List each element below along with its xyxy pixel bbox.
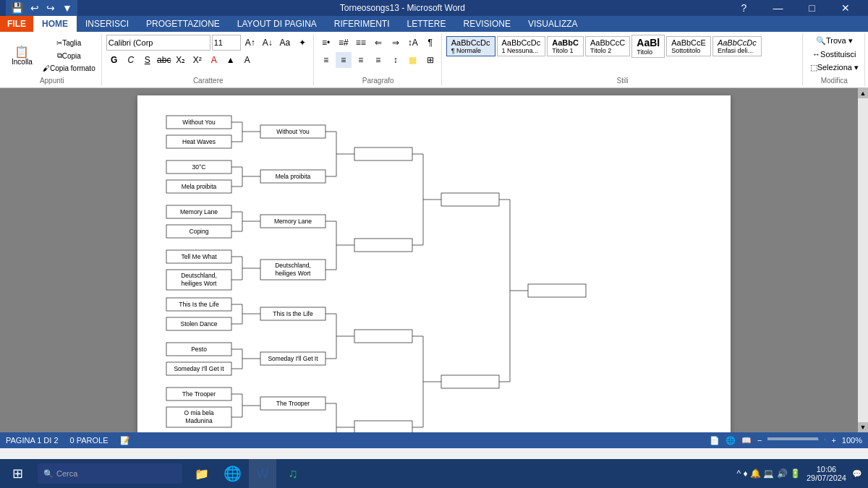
svg-text:Heat Waves: Heat Waves (182, 138, 216, 145)
svg-rect-100 (354, 239, 412, 252)
status-right: 📄 🌐 📖 − + 100% (710, 436, 862, 445)
svg-text:Mela proibita: Mela proibita (276, 173, 311, 180)
line-spacing-btn[interactable]: ↕ (388, 52, 404, 68)
font-case-btn[interactable]: Aa (277, 35, 293, 51)
paste-icon: 📋 (14, 46, 29, 58)
align-row: ≡ ≡ ≡ ≡ ↕ ▦ ⊞ (318, 52, 438, 68)
save-quick-btn[interactable]: 💾 (9, 1, 25, 14)
notification-btn[interactable]: 💬 (852, 469, 862, 479)
svg-text:Stolen Dance: Stolen Dance (180, 320, 217, 328)
svg-text:Mela proibita: Mela proibita (182, 183, 217, 190)
clear-format-btn[interactable]: ✦ (294, 35, 310, 51)
svg-text:Madunina: Madunina (185, 417, 213, 424)
format-painter-icon: 🖌 (43, 64, 50, 72)
font-shrink-btn[interactable]: A↓ (260, 35, 276, 51)
paste-button[interactable]: 📋 Incolla (6, 43, 38, 69)
tab-file[interactable]: FILE (0, 16, 33, 32)
search-placeholder: Cerca (56, 469, 77, 478)
style-titolo1[interactable]: AaBbC Titolo 1 (547, 36, 584, 56)
scroll-down-btn[interactable]: ▼ (858, 422, 868, 432)
style-normale[interactable]: AaBbCcDc ¶ Normale (446, 36, 495, 56)
superscript-btn[interactable]: X² (190, 52, 205, 68)
align-right-btn[interactable]: ≡ (353, 52, 369, 68)
tab-visualizza[interactable]: VISUALIZZA (519, 16, 587, 32)
zoom-slider[interactable] (767, 437, 825, 440)
layout-web-btn[interactable]: 🌐 (726, 436, 736, 445)
tab-lettere[interactable]: LETTERE (399, 16, 455, 32)
layout-print-btn[interactable]: 📄 (710, 436, 720, 445)
zoom-out-btn[interactable]: − (757, 436, 762, 445)
increase-indent-btn[interactable]: ⇒ (388, 35, 404, 51)
style-titolo2[interactable]: AaBbCcC Titolo 2 (585, 36, 630, 56)
shading-btn[interactable]: ▦ (405, 52, 421, 68)
copy-icon: ⧉ (57, 51, 62, 60)
close-btn[interactable]: ✕ (830, 0, 862, 16)
file-explorer-icon[interactable]: 📁 (188, 459, 216, 488)
chrome-icon[interactable]: 🌐 (218, 459, 246, 488)
customize-quick-btn[interactable]: ▼ (60, 1, 75, 14)
tab-home[interactable]: HOME (33, 16, 77, 32)
bullets-btn[interactable]: ≡• (318, 35, 334, 51)
maximize-btn[interactable]: □ (796, 0, 828, 16)
find-button[interactable]: 🔍 Trova ▾ (813, 35, 856, 47)
font-bg-btn[interactable]: A (239, 52, 255, 68)
svg-text:The Trooper: The Trooper (182, 390, 216, 398)
subscript-btn[interactable]: X₂ (173, 52, 189, 68)
style-nessuna[interactable]: AaBbCcDc 1 Nessuna... (497, 36, 546, 56)
align-left-btn[interactable]: ≡ (318, 52, 334, 68)
ribbon: FILE HOME INSERISCI PROGETTAZIONE LAYOUT… (0, 16, 868, 88)
italic-btn[interactable]: C (123, 52, 139, 68)
tab-inserisci[interactable]: INSERISCI (77, 16, 137, 32)
numbering-btn[interactable]: ≡# (336, 35, 352, 51)
cut-button[interactable]: ✂ Taglia (40, 38, 98, 48)
justify-btn[interactable]: ≡ (370, 52, 386, 68)
style-enfasi[interactable]: AaBbCcDc Enfasi deli... (712, 36, 762, 56)
vertical-scrollbar[interactable]: ▲ ▼ (858, 88, 868, 432)
spotify-icon[interactable]: ♫ (279, 459, 307, 488)
multilevel-btn[interactable]: ≡≡ (353, 35, 369, 51)
replace-button[interactable]: ↔ Sostituisci (809, 48, 859, 60)
font-color-btn[interactable]: A (206, 52, 222, 68)
paragraph-group-label: Paragrafo (318, 77, 438, 85)
underline-btn[interactable]: S (140, 52, 156, 68)
format-buttons-row: G C S abc X₂ X² A ▲ A (106, 52, 255, 68)
layout-read-btn[interactable]: 📖 (741, 436, 752, 445)
bold-btn[interactable]: G (106, 52, 122, 68)
borders-btn[interactable]: ⊞ (422, 52, 438, 68)
zoom-in-btn[interactable]: + (831, 436, 835, 445)
align-center-btn[interactable]: ≡ (336, 52, 352, 68)
strikethrough-btn[interactable]: abc (156, 52, 172, 68)
tab-revisione[interactable]: REVISIONE (455, 16, 519, 32)
start-button[interactable]: ⊞ (0, 459, 35, 488)
sort-btn[interactable]: ↕A (405, 35, 421, 51)
format-painter-button[interactable]: 🖌 Copia formato (40, 63, 98, 74)
paragraph-buttons: ≡• ≡# ≡≡ ⇐ ⇒ ↕A ¶ ≡ ≡ ≡ ≡ ↕ ▦ ⊞ (318, 35, 438, 77)
clipboard-label: Appunti (6, 77, 98, 85)
font-name-input[interactable] (106, 35, 210, 51)
show-marks-btn[interactable]: ¶ (422, 35, 438, 51)
track-changes-icon[interactable]: 📝 (120, 436, 130, 445)
style-titolo[interactable]: AaBl Titolo (631, 35, 665, 58)
scroll-up-btn[interactable]: ▲ (858, 88, 868, 98)
font-size-input[interactable] (212, 35, 241, 51)
tab-layout[interactable]: LAYOUT DI PAGINA (229, 16, 326, 32)
redo-quick-btn[interactable]: ↪ (44, 1, 57, 14)
help-btn[interactable]: ? (728, 0, 760, 16)
copy-button[interactable]: ⧉ Copia (40, 50, 98, 61)
system-tray-icons: ^ ♦ 🔔 💻 🔊 🔋 (737, 468, 801, 479)
highlight-btn[interactable]: ▲ (223, 52, 239, 68)
svg-text:heiliges Wort: heiliges Wort (276, 270, 312, 277)
decrease-indent-btn[interactable]: ⇐ (370, 35, 386, 51)
tab-progettazione[interactable]: PROGETTAZIONE (137, 16, 229, 32)
svg-text:This Is the Life: This Is the Life (179, 301, 219, 308)
modifica-buttons: 🔍 Trova ▾ ↔ Sostituisci ⬚ Seleziona ▾ (807, 35, 861, 77)
font-grow-btn[interactable]: A↑ (242, 35, 258, 51)
tab-riferimenti[interactable]: RIFERIMENTI (326, 16, 399, 32)
minimize-btn[interactable]: — (762, 0, 794, 16)
select-button[interactable]: ⬚ Seleziona ▾ (807, 61, 861, 74)
word-icon[interactable]: W (249, 459, 276, 488)
taskbar-search[interactable]: 🔍 Cerca (38, 463, 182, 484)
svg-text:Memory Lane: Memory Lane (274, 218, 312, 225)
undo-quick-btn[interactable]: ↩ (28, 1, 41, 14)
style-sottotitolo[interactable]: AaBbCcE Sottotitolo (666, 36, 711, 56)
